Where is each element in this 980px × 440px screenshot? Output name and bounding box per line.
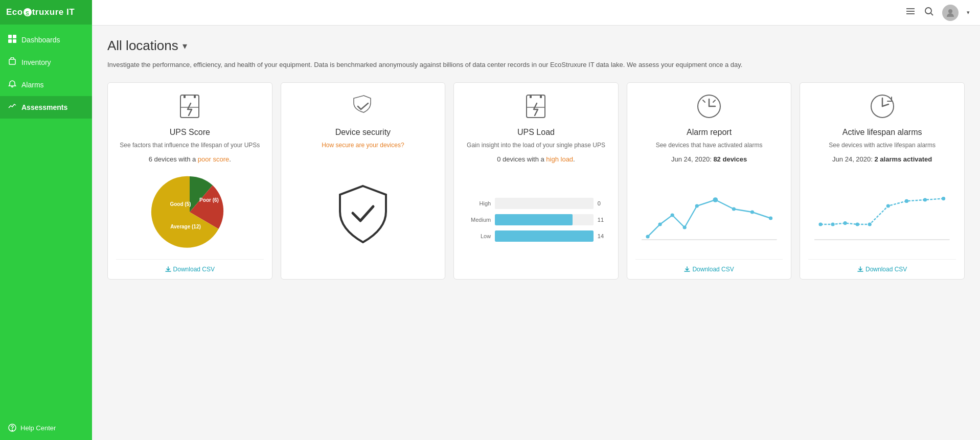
pie-chart: Good (5) Poor (6) Average (12) [149, 171, 231, 253]
page-title: All locations [107, 38, 178, 54]
active-lifespan-subtitle: See devices with active lifespan alarms [829, 141, 936, 150]
svg-text:Good (5): Good (5) [170, 201, 191, 207]
alarm-report-stat: Jun 24, 2020: 82 devices [671, 155, 747, 163]
alarm-report-download[interactable]: Download CSV [635, 266, 783, 273]
ups-load-title: UPS Load [517, 128, 555, 137]
svg-line-28 [713, 100, 715, 102]
ups-load-chart: High 0 Medium 11 [462, 171, 610, 273]
svg-point-33 [695, 204, 698, 208]
svg-rect-14 [184, 95, 186, 98]
bar-track-high [495, 198, 594, 209]
topbar: ▾ [92, 0, 980, 26]
device-security-title: Device security [335, 128, 391, 137]
svg-point-51 [856, 223, 859, 226]
ups-score-icon [176, 93, 203, 122]
ups-load-subtitle: Gain insight into the load of your singl… [467, 141, 605, 150]
device-security-subtitle: How secure are your devices? [322, 141, 404, 150]
bar-value-high: 0 [598, 200, 606, 206]
sidebar: EcoStruxure IT Dashboards Inventory Alar… [0, 0, 92, 440]
dashboards-icon [8, 35, 16, 45]
active-lifespan-stat: Jun 24, 2020: 2 alarms activated [832, 155, 932, 163]
sidebar-item-dashboards-label: Dashboards [21, 36, 60, 44]
help-icon [8, 424, 16, 432]
sidebar-item-alarms-label: Alarms [21, 81, 44, 89]
location-dropdown[interactable]: ▾ [183, 40, 187, 52]
ups-load-stat: 0 devices with a high load. [497, 155, 575, 163]
bar-row-high: High 0 [466, 198, 606, 209]
svg-text:Jun 21: Jun 21 [737, 241, 751, 243]
svg-point-31 [670, 214, 674, 217]
svg-point-53 [886, 204, 890, 208]
menu-icon[interactable] [905, 6, 916, 19]
search-icon[interactable] [924, 6, 934, 19]
main-content: ▾ All locations ▾ Investigate the perfor… [92, 0, 980, 440]
ups-score-title: UPS Score [170, 128, 210, 137]
bar-label-low: Low [466, 233, 491, 239]
svg-line-27 [703, 100, 705, 102]
svg-text:Jun 17: Jun 17 [864, 241, 879, 243]
svg-text:Jun 21: Jun 21 [910, 241, 925, 243]
svg-text:Poor (6): Poor (6) [199, 197, 219, 203]
sidebar-item-dashboards[interactable]: Dashboards [0, 29, 92, 51]
bar-row-medium: Medium 11 [466, 214, 606, 225]
bar-chart: High 0 Medium 11 [462, 198, 610, 247]
ups-score-stat: 6 devices with a poor score. [149, 155, 231, 163]
page-description: Investigate the performance, efficiency,… [107, 60, 772, 70]
svg-point-36 [750, 211, 754, 214]
sidebar-item-inventory[interactable]: Inventory [0, 51, 92, 74]
content-area: All locations ▾ Investigate the performa… [92, 26, 980, 440]
svg-text:Jun 15: Jun 15 [839, 241, 854, 243]
svg-point-34 [713, 197, 718, 202]
active-lifespan-icon [869, 93, 896, 122]
bar-fill-low [495, 230, 594, 242]
svg-point-10 [925, 8, 931, 14]
svg-rect-2 [8, 39, 12, 43]
bar-row-low: Low 14 [466, 230, 606, 242]
bar-label-medium: Medium [466, 217, 491, 223]
alarm-report-chart: Jun 13 Jun 15 Jun 17 Jun 19 Jun 21 Jun 2… [635, 171, 783, 253]
svg-point-49 [831, 223, 835, 226]
svg-point-29 [646, 235, 649, 239]
svg-rect-0 [8, 35, 12, 38]
sidebar-item-assessments-label: Assessments [21, 103, 67, 111]
svg-text:Jun 23: Jun 23 [758, 241, 773, 243]
active-lifespan-download[interactable]: Download CSV [808, 266, 956, 273]
alarm-report-footer: Download CSV [635, 259, 783, 279]
card-device-security: Device security How secure are your devi… [281, 82, 446, 280]
svg-text:Jun 13: Jun 13 [642, 241, 656, 243]
lifespan-line-chart: Jun 13 Jun 15 Jun 17 Jun 19 Jun 21 Jun 2… [808, 181, 956, 243]
logo: EcoStruxure IT [0, 0, 92, 25]
page-header: All locations ▾ [107, 38, 965, 54]
svg-text:Jun 19: Jun 19 [715, 241, 730, 243]
help-center[interactable]: Help Center [0, 415, 92, 440]
device-security-icon-top [350, 93, 376, 122]
svg-rect-3 [13, 39, 16, 43]
svg-point-52 [868, 223, 872, 226]
svg-point-37 [769, 217, 772, 220]
svg-point-35 [732, 207, 736, 211]
ups-score-download[interactable]: Download CSV [116, 266, 264, 273]
svg-rect-1 [13, 35, 16, 38]
help-center-label: Help Center [20, 424, 56, 432]
user-dropdown-arrow[interactable]: ▾ [967, 9, 970, 16]
svg-rect-15 [194, 95, 196, 98]
bar-fill-medium [495, 214, 572, 225]
svg-point-50 [844, 221, 847, 225]
bar-value-medium: 11 [598, 217, 606, 223]
sidebar-nav: Dashboards Inventory Alarms Assessments [0, 25, 92, 415]
active-lifespan-chart: Jun 13 Jun 15 Jun 17 Jun 19 Jun 21 Jun 2… [808, 171, 956, 253]
card-ups-load: UPS Load Gain insight into the load of y… [453, 82, 619, 280]
assessments-icon [8, 102, 16, 112]
alarms-icon [8, 80, 16, 90]
cards-grid: UPS Score See factors that influence the… [107, 82, 965, 280]
ups-score-subtitle: See factors that influence the lifespan … [120, 141, 260, 150]
svg-line-47 [882, 104, 888, 106]
avatar[interactable] [942, 5, 959, 21]
active-lifespan-footer: Download CSV [808, 259, 956, 279]
sidebar-item-assessments[interactable]: Assessments [0, 96, 92, 119]
alarm-report-icon [696, 93, 722, 122]
sidebar-item-alarms[interactable]: Alarms [0, 74, 92, 96]
alarm-report-subtitle: See devices that have activated alarms [656, 141, 763, 150]
bar-track-medium [495, 214, 594, 225]
inventory-icon [8, 57, 16, 67]
